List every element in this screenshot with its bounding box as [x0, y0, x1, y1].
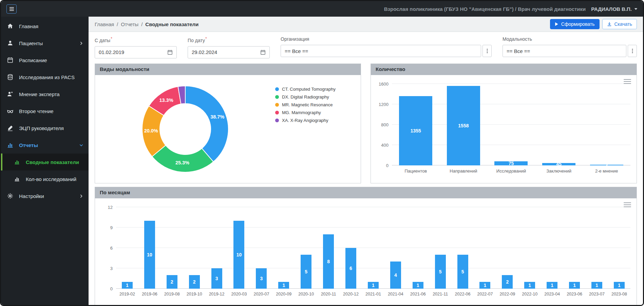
- category-label: Пациентов: [392, 168, 440, 174]
- bar-value-label: 1: [591, 283, 602, 288]
- sidebar-item-study-count[interactable]: Кол-во исследований: [1, 170, 89, 187]
- bar[interactable]: 10: [144, 221, 155, 289]
- sidebar-item-reports[interactable]: Отчеты: [1, 137, 89, 154]
- calendar-icon[interactable]: [167, 50, 173, 55]
- modality-options-button[interactable]: [628, 45, 637, 57]
- bar[interactable]: 10: [233, 221, 244, 289]
- date-from-label: С даты*: [95, 36, 177, 43]
- bar[interactable]: 1: [278, 282, 289, 289]
- bar-column: 5: [452, 207, 474, 289]
- bar[interactable]: 4: [390, 262, 401, 289]
- sidebar-item-label: Настройки: [19, 193, 44, 199]
- y-axis-label: 0: [375, 163, 389, 168]
- pacs-icon: [6, 74, 14, 80]
- bar[interactable]: 1: [524, 282, 535, 289]
- sidebar-item-settings[interactable]: Настройки: [1, 187, 89, 204]
- legend-item[interactable]: DX. Digital Radiography: [275, 94, 361, 100]
- sidebar-item-summary-indicators[interactable]: Сводные показатели: [1, 154, 89, 170]
- calendar-icon[interactable]: [260, 50, 266, 55]
- sidebar-toggle-button[interactable]: [6, 4, 17, 14]
- y-axis-label: 6: [99, 246, 113, 251]
- breadcrumb-separator: /: [117, 21, 118, 27]
- bar[interactable]: 1: [569, 282, 580, 289]
- bar[interactable]: 75: [494, 161, 528, 165]
- legend-item[interactable]: XA. X-Ray Angiography: [275, 118, 361, 123]
- breadcrumb-separator: /: [141, 21, 143, 27]
- bar-column: 10: [138, 207, 161, 289]
- bar[interactable]: 1: [547, 282, 557, 289]
- download-button[interactable]: Скачать: [602, 19, 637, 29]
- sidebar-item-label: Главная: [19, 23, 38, 29]
- user-menu[interactable]: РАДИАЛОВ В.П.: [591, 6, 638, 12]
- sidebar-item-second-reading[interactable]: Второе чтение: [1, 103, 89, 120]
- legend-label: MG. Mammography: [282, 110, 321, 115]
- chevron-down-icon: [79, 143, 83, 147]
- kebab-menu-icon: [632, 48, 633, 54]
- required-mark: *: [205, 36, 207, 41]
- sidebar-item-schedule[interactable]: Расписание: [1, 52, 89, 69]
- organization-label: Организация: [281, 36, 492, 42]
- bar[interactable]: 2: [502, 275, 513, 289]
- bar[interactable]: 2: [167, 275, 177, 289]
- bar-column: 75: [487, 84, 535, 165]
- sidebar-item-manager-esign[interactable]: ЭЦП руководителя: [1, 120, 89, 137]
- bar-value-label: 1: [122, 283, 133, 288]
- bar-plot: 0369121102231031586141551211111: [116, 207, 630, 289]
- legend-item[interactable]: MG. Mammography: [275, 110, 361, 115]
- bar[interactable]: 5: [435, 255, 446, 289]
- bar-column: 1: [518, 207, 541, 289]
- download-icon: [607, 22, 612, 26]
- bar[interactable]: 3: [256, 268, 267, 289]
- chart-export-menu-button[interactable]: [624, 79, 631, 84]
- bar[interactable]: 1558: [447, 86, 480, 165]
- sidebar-item-pacs-studies[interactable]: Исследования из PACS: [1, 69, 89, 86]
- chart-export-menu-button[interactable]: [624, 202, 631, 207]
- donut-segment[interactable]: [185, 86, 228, 162]
- y-axis-label: 1200: [375, 102, 389, 107]
- bar[interactable]: 1: [614, 282, 625, 289]
- sidebar-item-expert-opinion[interactable]: Мнение эксперта: [1, 86, 89, 103]
- bar-value-label: 4: [390, 272, 401, 278]
- legend-label: CT. Computed Tomography: [282, 87, 336, 92]
- date-from-input[interactable]: [99, 49, 167, 55]
- bar[interactable]: 5: [457, 255, 468, 289]
- bar[interactable]: 5: [301, 255, 311, 289]
- bar[interactable]: 1: [122, 282, 133, 289]
- bar[interactable]: 1: [413, 282, 423, 289]
- bars-row: 1355155875452: [392, 84, 630, 165]
- bar-value-label: 1558: [447, 123, 480, 128]
- bar-column: 1: [272, 207, 295, 289]
- bar[interactable]: 6: [345, 248, 356, 289]
- bar-column: 1: [608, 207, 630, 289]
- bar[interactable]: 1355: [399, 96, 432, 165]
- bar[interactable]: 1: [479, 282, 490, 289]
- sidebar-item-label: Мнение эксперта: [19, 91, 60, 97]
- generate-button[interactable]: Сформировать: [550, 19, 600, 29]
- modality-label: Модальность: [503, 36, 637, 42]
- bar[interactable]: 45: [542, 163, 575, 165]
- legend-item[interactable]: MR. Magnetic Resonance: [275, 102, 361, 107]
- bar-value-label: 1: [569, 283, 580, 288]
- bar[interactable]: 2: [189, 275, 200, 289]
- date-to-input[interactable]: [192, 49, 260, 55]
- bar[interactable]: 2: [590, 165, 623, 165]
- chevron-right-icon: [79, 41, 83, 45]
- bar-value-label: 3: [211, 276, 222, 281]
- sidebar-item-patients[interactable]: Пациенты: [1, 35, 89, 52]
- chart-legend: CT. Computed TomographyDX. Digital Radio…: [275, 75, 361, 183]
- organization-select[interactable]: == Все ==: [281, 45, 481, 57]
- bar-value-label: 8: [323, 259, 334, 264]
- sidebar-item-home[interactable]: Главная: [1, 18, 89, 35]
- play-icon: [555, 22, 558, 26]
- modality-select[interactable]: == Все ==: [503, 45, 626, 57]
- bar[interactable]: 1: [591, 282, 602, 289]
- bar[interactable]: 8: [323, 234, 334, 289]
- breadcrumb-link-home[interactable]: Главная: [95, 21, 114, 27]
- sidebar-item-label: Отчеты: [19, 142, 38, 148]
- bar-column: 1: [541, 207, 563, 289]
- legend-item[interactable]: CT. Computed Tomography: [275, 87, 361, 92]
- organization-options-button[interactable]: [482, 45, 492, 57]
- bar[interactable]: 3: [211, 268, 222, 289]
- breadcrumb-link-reports[interactable]: Отчеты: [121, 21, 138, 27]
- bar[interactable]: 1: [368, 282, 379, 289]
